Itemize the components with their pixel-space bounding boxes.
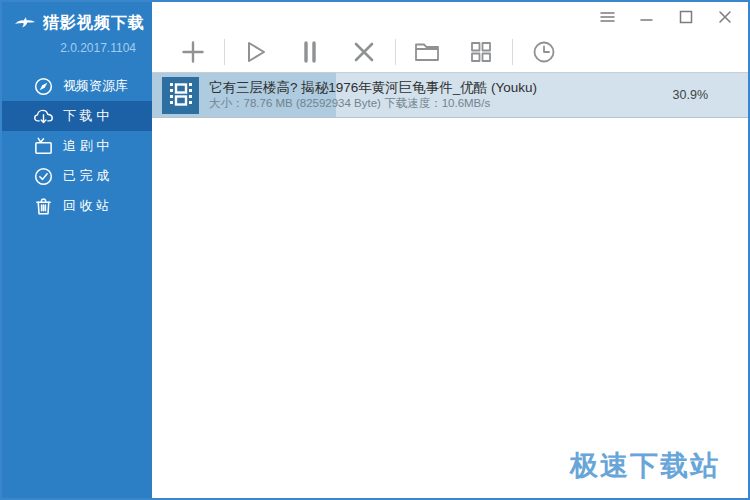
toolbar-separator bbox=[512, 39, 513, 65]
start-download-icon[interactable] bbox=[243, 39, 269, 65]
sidebar-item-label: 追 剧 中 bbox=[63, 137, 109, 155]
grid-view-icon[interactable] bbox=[468, 39, 494, 65]
pause-download-icon[interactable] bbox=[297, 39, 323, 65]
sidebar-item-video-library[interactable]: 视频资源库 bbox=[2, 71, 152, 101]
window-titlebar bbox=[152, 2, 748, 32]
clock-check-icon bbox=[33, 166, 54, 187]
maximize-icon[interactable] bbox=[678, 10, 693, 25]
minimize-icon[interactable] bbox=[639, 10, 654, 25]
download-progress-percent: 30.9% bbox=[673, 88, 708, 102]
sidebar-item-completed[interactable]: 已 完 成 bbox=[2, 161, 152, 191]
app-version: 2.0.2017.1104 bbox=[2, 34, 152, 55]
cancel-download-icon[interactable] bbox=[351, 39, 377, 65]
sidebar-item-following-shows[interactable]: 追 剧 中 bbox=[2, 131, 152, 161]
sidebar-item-label: 下 载 中 bbox=[63, 107, 109, 125]
cloud-download-icon bbox=[33, 106, 54, 127]
toolbar-separator bbox=[224, 39, 225, 65]
sidebar-item-label: 视频资源库 bbox=[63, 77, 128, 95]
sidebar-item-label: 回 收 站 bbox=[63, 197, 109, 215]
add-task-icon[interactable] bbox=[180, 39, 206, 65]
app-brand: 猎影视频下载 bbox=[2, 2, 152, 34]
download-row[interactable]: 它有三层楼高? 揭秘1976年黄河巨龟事件_优酷 (Youku) 大小：78.7… bbox=[152, 72, 748, 118]
sidebar: 猎影视频下载 2.0.2017.1104 视频资源库 bbox=[2, 2, 152, 498]
download-details: 大小：78.76 MB (82592934 Byte) 下载速度：10.6MB/… bbox=[209, 96, 537, 111]
sidebar-item-downloading[interactable]: 下 载 中 bbox=[2, 101, 152, 131]
open-folder-icon[interactable] bbox=[414, 39, 440, 65]
close-icon[interactable] bbox=[717, 10, 732, 25]
download-list-empty-area bbox=[152, 118, 748, 498]
sidebar-item-recycle-bin[interactable]: 回 收 站 bbox=[2, 191, 152, 221]
tv-icon bbox=[33, 136, 54, 157]
download-title: 它有三层楼高? 揭秘1976年黄河巨龟事件_优酷 (Youku) bbox=[209, 79, 537, 96]
download-row-content: 它有三层楼高? 揭秘1976年黄河巨龟事件_优酷 (Youku) 大小：78.7… bbox=[152, 77, 748, 114]
compass-icon bbox=[33, 76, 54, 97]
sidebar-item-label: 已 完 成 bbox=[63, 167, 109, 185]
video-file-icon bbox=[162, 77, 199, 114]
main-area: 它有三层楼高? 揭秘1976年黄河巨龟事件_优酷 (Youku) 大小：78.7… bbox=[152, 2, 748, 498]
app-window: 猎影视频下载 2.0.2017.1104 视频资源库 bbox=[0, 0, 750, 500]
download-info: 它有三层楼高? 揭秘1976年黄河巨龟事件_优酷 (Youku) 大小：78.7… bbox=[209, 79, 537, 111]
toolbar bbox=[152, 32, 748, 72]
history-icon[interactable] bbox=[531, 39, 557, 65]
sidebar-menu: 视频资源库 下 载 中 追 剧 中 bbox=[2, 71, 152, 221]
menu-icon[interactable] bbox=[600, 10, 615, 25]
trash-icon bbox=[33, 196, 54, 217]
app-title: 猎影视频下载 bbox=[43, 13, 145, 34]
app-logo-swallow-icon bbox=[14, 12, 36, 34]
toolbar-separator bbox=[395, 39, 396, 65]
watermark-text: 极速下载站 bbox=[570, 447, 720, 485]
